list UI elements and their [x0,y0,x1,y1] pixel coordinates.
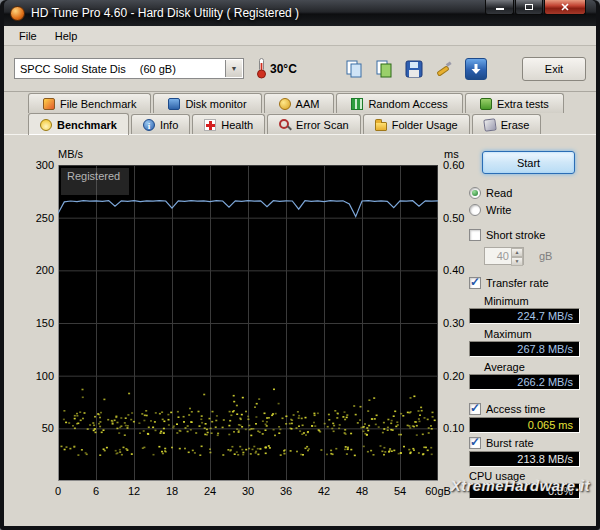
maximize-button[interactable] [515,0,543,15]
tab-label: Random Access [368,98,447,110]
window-controls [485,0,586,15]
minimum-label: Minimum [484,295,529,307]
thermometer-icon [256,57,267,81]
access-time-checkbox[interactable]: Access time [469,403,545,415]
tab-health[interactable]: Health [192,114,265,134]
health-icon [204,119,216,131]
toolbar: SPCC Solid State Dis (60 gB) ▼ 30°C [4,46,596,92]
tools-icon [434,59,454,79]
save-button[interactable] [401,56,427,82]
tab-label: Benchmark [57,119,117,131]
tab-label: Info [160,119,178,131]
checkbox-checked-icon [469,403,481,415]
y-left-axis-title: MB/s [58,148,83,160]
tab-info[interactable]: Info [131,114,190,134]
transfer-rate-label: Transfer rate [486,277,549,289]
erase-icon [483,118,497,132]
benchmark-controls-panel: Start Read Write Short stroke ▲▼ [462,135,596,526]
tab-label: Erase [501,119,530,131]
menu-help[interactable]: Help [46,28,87,44]
tab-random-access[interactable]: Random Access [336,93,462,113]
tab-erase[interactable]: Erase [472,114,542,134]
chart-canvas [58,165,438,481]
tab-file-benchmark[interactable]: File Benchmark [28,93,151,113]
burst-rate-value: 213.8 MB/s [469,451,580,467]
copy-image-icon [374,59,394,79]
x-tick: 6 [81,485,111,497]
file-benchmark-icon [43,98,55,110]
temperature-label: 30°C [270,62,297,76]
tab-row-primary: BenchmarkInfoHealthError ScanFolder Usag… [4,113,596,134]
extra-tests-icon [480,98,492,110]
plot-area: Registered [58,165,438,481]
average-label: Average [484,361,525,373]
write-radio[interactable]: Write [469,204,511,216]
transfer-rate-checkbox[interactable]: Transfer rate [469,277,549,289]
spin-down-button[interactable]: ▼ [511,257,523,266]
app-window: HD Tune Pro 4.60 - Hard Disk Utility ( R… [0,0,600,530]
aam-icon [279,98,291,110]
drive-size: (60 gB) [140,63,176,75]
y-left-tick: 200 [10,264,54,276]
x-tick: 36 [271,485,301,497]
short-stroke-checkbox[interactable]: Short stroke [469,229,545,241]
checkbox-unchecked-icon [469,229,481,241]
tab-aam[interactable]: AAM [264,93,335,113]
checkbox-checked-icon [469,277,481,289]
maximize-icon [525,4,533,10]
tab-benchmark[interactable]: Benchmark [28,113,129,135]
tab-folder-usage[interactable]: Folder Usage [363,114,470,134]
x-tick: 54 [385,485,415,497]
benchmark-chart: MB/s ms Registered 300250200150100500.60… [8,135,464,526]
maximum-label: Maximum [484,328,532,340]
folder-usage-icon [375,122,387,131]
short-stroke-label: Short stroke [486,229,545,241]
minimum-value: 224.7 MB/s [469,308,580,324]
tab-label: Error Scan [296,119,349,131]
minimize-button[interactable] [485,0,514,15]
y-left-tick: 50 [10,422,54,434]
radio-selected-icon [469,187,481,199]
checkbox-checked-icon [469,437,481,449]
window-title: HD Tune Pro 4.60 - Hard Disk Utility ( R… [31,6,299,20]
chevron-down-icon[interactable]: ▼ [225,60,242,77]
copy-image-button[interactable] [371,56,397,82]
spin-up-button[interactable]: ▲ [511,248,523,257]
drive-name: SPCC Solid State Dis [20,63,126,75]
read-radio[interactable]: Read [469,187,512,199]
close-button[interactable] [544,0,586,15]
download-update-button[interactable] [465,58,487,80]
client-area: File Help SPCC Solid State Dis (60 gB) ▼… [4,26,596,526]
access-time-label: Access time [486,403,545,415]
start-button[interactable]: Start [482,151,575,174]
tab-error-scan[interactable]: Error Scan [267,114,361,134]
random-access-icon [351,98,363,110]
titlebar[interactable]: HD Tune Pro 4.60 - Hard Disk Utility ( R… [4,0,596,26]
burst-rate-checkbox[interactable]: Burst rate [469,437,534,449]
short-stroke-value-input[interactable]: ▲▼ [484,247,524,265]
registered-watermark: Registered [61,168,129,195]
exit-button[interactable]: Exit [522,57,586,81]
tools-button[interactable] [431,56,457,82]
access-time-value: 0.065 ms [469,417,580,433]
copy-button[interactable] [341,56,367,82]
y-left-tick: 150 [10,317,54,329]
short-stroke-unit-label: gB [539,250,552,262]
x-tick: 12 [119,485,149,497]
x-tick: 0 [43,485,73,497]
copy-icon [344,59,364,79]
tab-label: Folder Usage [392,119,458,131]
drive-select[interactable]: SPCC Solid State Dis (60 gB) ▼ [14,58,244,79]
minimize-icon [496,8,504,10]
download-arrow-icon [470,63,482,75]
disk-monitor-icon [168,98,180,110]
tab-label: Health [221,119,253,131]
menu-file[interactable]: File [10,28,46,44]
burst-rate-label: Burst rate [486,437,534,449]
tab-disk-monitor[interactable]: Disk monitor [153,93,261,113]
tab-extra-tests[interactable]: Extra tests [465,93,564,113]
error-scan-icon [279,119,291,131]
tab-label: File Benchmark [60,98,136,110]
cpu-usage-value: 0.8% [469,483,580,499]
x-tick: 18 [157,485,187,497]
